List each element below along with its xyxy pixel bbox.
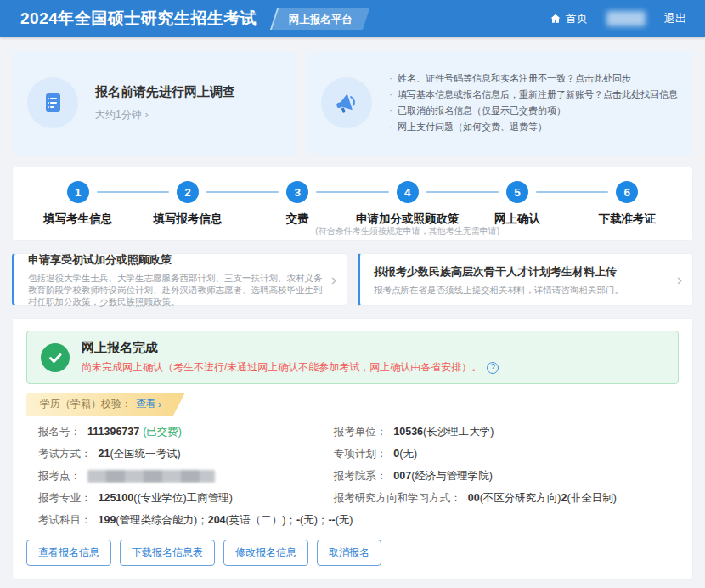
field-row-right-2: 专项计划：0(无) — [334, 443, 667, 465]
degree-verify-ribbon: 学历（学籍）校验： 查看 › — [26, 393, 185, 416]
field-row-right-1: 报考单位：10536(长沙理工大学) — [334, 421, 667, 443]
status-warning: 尚未完成网上确认（考生不进行/未通过网上确认不能参加考试，网上确认由各省安排）。… — [82, 360, 499, 375]
field-value-segment: 21 — [99, 448, 110, 460]
logout-link[interactable]: 退出 — [664, 11, 686, 26]
step-number-badge: 1 — [67, 181, 89, 203]
registration-card: 网上报名完成 尚未完成网上确认（考生不进行/未通过网上确认不能参加考试，网上确认… — [12, 318, 693, 580]
app-title: 2024年全国硕士研究生招生考试 — [20, 8, 257, 30]
field-value-segment: (管理类综合能力)； — [116, 513, 207, 528]
fields-right-column: 报考单位：10536(长沙理工大学)专项计划：0(无)报考院系：007(经济与管… — [334, 421, 667, 531]
action-buttons-row: 查看报名信息下载报名信息表修改报名信息取消报名 — [26, 540, 679, 566]
field-label: 报考点： — [38, 469, 81, 483]
step-label: 网上确认 — [462, 212, 572, 227]
field-row-left-3: 报考点： — [38, 465, 334, 487]
page: 2024年全国硕士研究生招生考试 网上报名平台 首页 退出 — [0, 0, 705, 588]
field-label: 报考单位： — [334, 425, 387, 439]
step-label: 下载准考证 — [572, 212, 682, 227]
step-1: 1填写考生信息 — [23, 181, 133, 240]
verify-view-label: 查看 — [136, 397, 156, 411]
fields-left-column: 报名号：111396737(已交费)考试方式：21(全国统一考试)报考点：报考专… — [38, 421, 334, 531]
notice-item-3[interactable]: 已取消的报名信息（仅显示已交费的项） — [389, 103, 678, 119]
home-icon — [550, 13, 561, 25]
modify-registration-button[interactable]: 修改报名信息 — [223, 540, 308, 566]
chevron-right-icon: › — [145, 109, 149, 121]
notice-item-4[interactable]: 网上支付问题（如何交费、退费等） — [389, 119, 678, 135]
notice-card: 姓名、证件号码等信息和实名注册不一致？点击此处同步填写基本信息或报名信息后，重新… — [306, 51, 693, 155]
field-value-segment: (长沙理工大学) — [423, 425, 494, 439]
step-2: 2填写报考信息 — [133, 181, 242, 240]
policy-cards-row: 申请享受初试加分或照顾政策 包括退役大学生士兵、大学生志愿服务西部计划、三支一扶… — [12, 253, 693, 306]
policy-card-text: 申请享受初试加分或照顾政策 包括退役大学生士兵、大学生志愿服务西部计划、三支一扶… — [28, 252, 324, 308]
policy-card-bonus[interactable]: 申请享受初试加分或照顾政策 包括退役大学生士兵、大学生志愿服务西部计划、三支一扶… — [12, 253, 347, 306]
notice-item-1[interactable]: 姓名、证件号码等信息和实名注册不一致？点击此处同步 — [389, 71, 678, 87]
app-header: 2024年全国硕士研究生招生考试 网上报名平台 首页 退出 — [0, 0, 705, 37]
field-label: 考试科目： — [38, 513, 92, 528]
field-row-right-3: 报考院系：007(经济与管理学院) — [334, 465, 667, 487]
policy-card-title: 拟报考少数民族高层次骨干人才计划考生材料上传 — [374, 264, 670, 280]
survey-card[interactable]: 报名前请先进行网上调查 大约1分钟› — [12, 51, 296, 155]
field-row-left-1: 报名号：111396737(已交费) — [38, 421, 334, 443]
field-value-segment: (已交费) — [143, 425, 182, 439]
field-label: 专项计划： — [334, 447, 387, 461]
notice-item-2[interactable]: 填写基本信息或报名信息后，重新注册了新账号？点击此处找回信息 — [389, 87, 678, 103]
field-label: 考试方式： — [38, 447, 92, 461]
status-text: 网上报名完成 尚未完成网上确认（考生不进行/未通过网上确认不能参加考试，网上确认… — [82, 340, 499, 375]
field-row-right-4: 报考研究方向和学习方式：00(不区分研究方向) 2(非全日制) — [334, 487, 667, 509]
field-value-segment: 00 — [468, 492, 480, 504]
field-label: 报名号： — [38, 425, 81, 439]
field-value-segment: (无)； — [300, 513, 328, 528]
document-icon — [27, 77, 78, 128]
view-registration-button[interactable]: 查看报名信息 — [26, 540, 111, 566]
policy-card-title: 申请享受初试加分或照顾政策 — [28, 252, 324, 268]
field-value-segment: (全国统一考试) — [110, 447, 180, 461]
chevron-right-icon: › — [331, 270, 336, 289]
home-link[interactable]: 首页 — [550, 11, 588, 26]
field-value-segment: 199 — [99, 514, 116, 526]
step-5: 5网上确认 — [462, 181, 572, 240]
step-number-badge: 4 — [397, 181, 419, 203]
field-label: 报考专业： — [38, 491, 92, 506]
header-actions: 首页 退出 — [550, 11, 686, 26]
check-circle-icon — [41, 343, 70, 372]
chevron-right-icon: › — [158, 399, 161, 410]
redacted-value — [87, 470, 215, 483]
download-form-button[interactable]: 下载报名信息表 — [120, 540, 215, 566]
field-value-segment: (不区分研究方向) — [480, 491, 561, 506]
field-value-segment: ((专业学位)工商管理) — [133, 491, 233, 506]
step-number-badge: 3 — [286, 181, 308, 203]
home-label: 首页 — [566, 11, 588, 26]
field-value-segment: 2 — [561, 492, 567, 504]
survey-title: 报名前请先进行网上调查 — [95, 84, 235, 100]
survey-text: 报名前请先进行网上调查 大约1分钟› — [95, 84, 235, 122]
verify-label: 学历（学籍）校验： — [40, 397, 132, 411]
field-value-segment: 10536 — [393, 426, 423, 438]
policy-card-desc: 报考点所在省是否须线上提交相关材料，详情请咨询相关部门。 — [374, 284, 670, 296]
survey-duration-label: 大约1分钟 — [95, 109, 142, 121]
field-label: 报考院系： — [334, 469, 387, 483]
status-title: 网上报名完成 — [82, 340, 499, 356]
field-value-segment: 125100 — [99, 492, 134, 504]
megaphone-icon — [321, 77, 372, 128]
policy-card-minority-upload[interactable]: 拟报考少数民族高层次骨干人才计划考生材料上传 报考点所在省是否须线上提交相关材料… — [358, 253, 693, 306]
policy-card-text: 拟报考少数民族高层次骨干人才计划考生材料上传 报考点所在省是否须线上提交相关材料… — [374, 264, 670, 296]
notice-list: 姓名、证件号码等信息和实名注册不一致？点击此处同步填写基本信息或报名信息后，重新… — [389, 71, 678, 135]
platform-badge-label: 网上报名平台 — [289, 13, 352, 27]
policy-card-desc: 包括退役大学生士兵、大学生志愿服务西部计划、三支一扶计划、农村义务教育阶段学校教… — [28, 272, 324, 308]
field-value-segment: 007 — [393, 470, 411, 482]
field-value-segment: 111396737 — [87, 426, 139, 438]
field-value-segment: (经济与管理学院) — [411, 469, 493, 483]
step-6: 6下载准考证 — [572, 181, 682, 240]
step-number-badge: 5 — [506, 181, 528, 203]
question-icon[interactable]: ? — [487, 362, 499, 374]
cancel-registration-button[interactable]: 取消报名 — [317, 540, 381, 566]
survey-duration: 大约1分钟› — [95, 108, 235, 122]
username-redacted — [606, 11, 646, 26]
step-label: 填写考生信息 — [23, 212, 133, 227]
status-banner: 网上报名完成 尚未完成网上确认（考生不进行/未通过网上确认不能参加考试，网上确认… — [26, 331, 679, 384]
verify-view-link[interactable]: 查看 › — [136, 397, 161, 411]
main-content: 报名前请先进行网上调查 大约1分钟› 姓名、证 — [0, 37, 705, 588]
step-4: 4申请加分或照顾政策(符合条件考生须按规定申请，其他考生无需申请) — [352, 181, 462, 240]
field-row-left-5: 考试科目：199(管理类综合能力)； 204(英语（二）)； -(无)； --(… — [38, 509, 334, 531]
status-warning-text: 尚未完成网上确认（考生不进行/未通过网上确认不能参加考试，网上确认由各省安排）。 — [82, 360, 482, 375]
field-value-segment: (非全日制) — [567, 491, 616, 506]
